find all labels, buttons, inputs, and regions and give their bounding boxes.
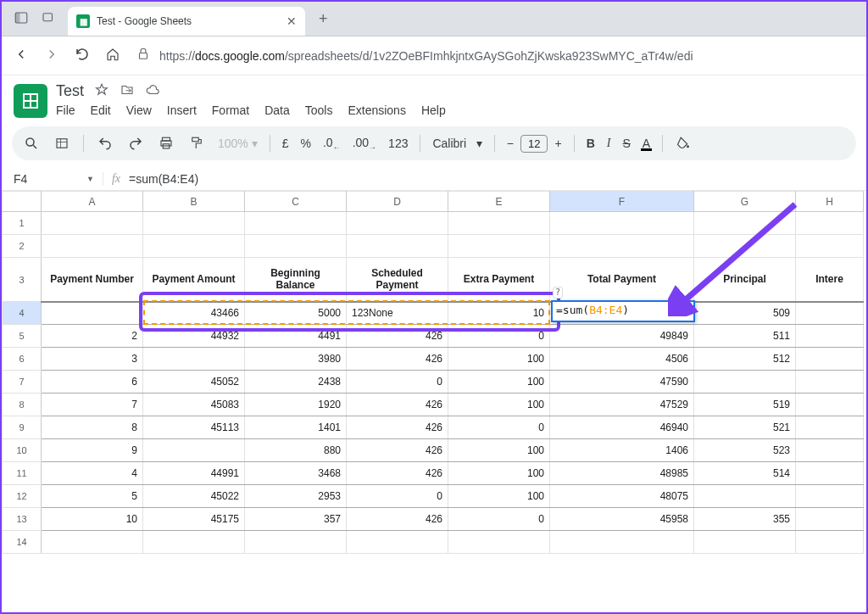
cell[interactable]: 4491 [245,325,347,348]
row-header[interactable]: 10 [3,439,42,462]
cell[interactable]: 100 [448,348,550,371]
cell[interactable]: 100 [448,485,550,508]
cell[interactable]: 44932 [143,325,245,348]
cell[interactable]: 509 [694,302,796,325]
cell[interactable]: 511 [694,325,796,348]
italic-button[interactable]: I [604,137,615,150]
cell[interactable]: 1406 [550,439,694,462]
cell[interactable]: 5000 [245,302,347,325]
font-size-value[interactable]: 12 [520,135,548,153]
menu-file[interactable]: File [56,103,75,117]
cloud-icon[interactable] [145,82,160,100]
cell[interactable]: 6 [42,371,143,394]
star-icon[interactable] [94,82,109,100]
header-principal[interactable]: Principal [694,258,796,302]
menu-extensions[interactable]: Extensions [348,103,405,117]
row-header[interactable]: 13 [3,508,42,531]
cell[interactable]: 2953 [245,485,347,508]
menu-help[interactable]: Help [421,103,446,117]
row-header[interactable]: 9 [3,416,42,439]
cell[interactable]: 519 [694,394,796,416]
row-header[interactable]: 8 [3,394,42,416]
row-header[interactable]: 1 [3,212,42,235]
font-size-minus[interactable]: − [504,137,517,150]
col-header-h[interactable]: H [796,192,864,212]
cell[interactable]: 426 [347,439,448,462]
row-header[interactable]: 3 [3,258,42,302]
reload-button[interactable] [75,47,90,64]
header-payment-number[interactable]: Payment Number [42,258,143,302]
cell[interactable]: 44991 [143,462,245,485]
menu-insert[interactable]: Insert [167,103,197,117]
cell[interactable]: 355 [694,508,796,531]
cell[interactable]: 514 [694,462,796,485]
cell[interactable]: 521 [694,416,796,439]
zoom-dropdown[interactable]: 100% ▾ [214,137,261,150]
tab-overview-icon[interactable] [41,10,56,28]
cell[interactable]: 523 [694,439,796,462]
cell[interactable]: 123None [347,302,448,325]
row-header[interactable]: 11 [3,462,42,485]
cell[interactable]: 10 [448,302,550,325]
cell[interactable]: 426 [347,348,448,371]
cell[interactable]: 3 [42,348,143,371]
redo-button[interactable] [123,132,148,154]
cell[interactable]: 48985 [550,462,694,485]
cell[interactable]: 0 [347,371,448,394]
col-header-c[interactable]: C [245,192,347,212]
cell[interactable]: 100 [448,439,550,462]
cell[interactable]: 47529 [550,394,694,416]
increase-decimal-button[interactable]: .00→ [349,136,380,152]
cell[interactable]: 47590 [550,371,694,394]
document-title[interactable]: Test [56,82,84,100]
cell[interactable] [42,302,143,325]
cell[interactable] [694,371,796,394]
print-button[interactable] [153,132,179,154]
row-header[interactable]: 12 [3,485,42,508]
new-tab-button[interactable]: + [312,7,335,31]
row-header[interactable]: 4 [3,302,42,325]
header-extra-payment[interactable]: Extra Payment [448,258,550,302]
name-box-dropdown-icon[interactable]: ▼ [86,175,103,183]
header-total-payment[interactable]: Total Payment [550,258,694,302]
header-payment-amount[interactable]: Payment Amount [143,258,245,302]
font-dropdown[interactable]: Calibri ▾ [429,137,485,150]
sheet-tab-icon[interactable] [49,132,75,154]
cell[interactable]: 0 [347,485,448,508]
col-header-b[interactable]: B [143,192,245,212]
font-size-plus[interactable]: + [551,137,565,150]
cell[interactable]: 512 [694,348,796,371]
cell[interactable]: 45175 [143,508,245,531]
cell[interactable]: 426 [347,394,448,416]
formula-input[interactable]: =sum(B4:E4) [129,172,198,186]
menu-format[interactable]: Format [212,103,249,117]
select-all-corner[interactable] [3,192,42,212]
cell[interactable]: 49849 [550,325,694,348]
menu-view[interactable]: View [126,103,152,117]
cell[interactable]: 1401 [245,416,347,439]
cell[interactable]: 48075 [550,485,694,508]
menu-tools[interactable]: Tools [305,103,333,117]
fill-color-button[interactable] [671,132,697,154]
cell[interactable]: 880 [245,439,347,462]
cell[interactable]: 0 [448,325,550,348]
decrease-decimal-button[interactable]: .0← [320,136,344,152]
cell[interactable]: 4506 [550,348,694,371]
cell[interactable]: 426 [347,416,448,439]
browser-tab[interactable]: ▦ Test - Google Sheets ✕ [68,7,305,36]
cell[interactable]: 100 [448,394,550,416]
header-beginning-balance[interactable]: Beginning Balance [245,258,347,302]
cell[interactable]: 2 [42,325,143,348]
cell[interactable]: 0 [448,416,550,439]
cell[interactable]: 45052 [143,371,245,394]
cell[interactable]: 3468 [245,462,347,485]
cell[interactable]: 426 [347,325,448,348]
cell[interactable]: 426 [347,508,448,531]
cell[interactable]: 45958 [550,508,694,531]
cell[interactable]: 100 [448,371,550,394]
col-header-d[interactable]: D [347,192,448,212]
header-interest[interactable]: Intere [796,258,864,302]
url-field[interactable]: https://docs.google.com/spreadsheets/d/1… [136,47,854,64]
cell[interactable]: 9 [42,439,143,462]
row-header[interactable]: 5 [3,325,42,348]
